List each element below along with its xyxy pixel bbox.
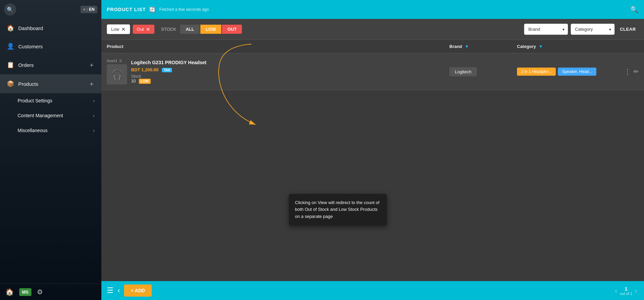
- filter-chip-low[interactable]: Low ✕: [107, 24, 130, 34]
- orders-icon: 📋: [7, 61, 14, 69]
- col-brand: Brand ▼: [449, 44, 517, 49]
- topbar: PRODUCT LIST 🔄 Fetched a few seconds ago…: [101, 0, 644, 19]
- topbar-left: PRODUCT LIST 🔄 Fetched a few seconds ago: [107, 6, 209, 13]
- sidebar-item-orders[interactable]: 📋 Orders ＋: [0, 55, 101, 74]
- settings-bottom-icon[interactable]: ⚙: [37, 288, 43, 296]
- tax-badge: TAX: [162, 68, 172, 72]
- category-tag-0: 2 in 1 Headpho...: [517, 68, 556, 76]
- prev-page-icon[interactable]: ‹: [614, 285, 619, 296]
- edit-icon[interactable]: ✏: [634, 68, 639, 75]
- chevron-right-icon: ›: [93, 113, 95, 118]
- sidebar-label-products: Products: [18, 81, 84, 87]
- refresh-icon[interactable]: 🔄: [149, 6, 156, 13]
- sidebar-item-dashboard[interactable]: 🏠 Dashboard: [0, 19, 101, 37]
- col-category: Category ▼: [517, 44, 618, 49]
- product-price-row: BDT 1,200.00 TAX: [131, 67, 206, 73]
- lang-switcher[interactable]: বা | EN: [80, 6, 97, 13]
- back-icon[interactable]: ‹: [116, 285, 121, 296]
- hamburger-icon[interactable]: ☰: [107, 286, 114, 295]
- next-page-icon[interactable]: ›: [634, 285, 639, 296]
- stock-low-button[interactable]: LOW: [200, 25, 221, 34]
- product-id: #ea43 ⎘: [107, 59, 127, 63]
- category-select-wrap: Category: [571, 24, 615, 35]
- pagination: ‹ 1 out of 1 ›: [614, 285, 639, 296]
- sidebar-top: 🔍 বা | EN: [0, 0, 101, 19]
- product-cell: #ea43 ⎘ 🎧 Logitech G231 PRODIGY Headset …: [107, 59, 449, 84]
- filter-bar: Low ✕ Out ✕ STOCK ALL LOW OUT Brand: [101, 19, 644, 40]
- page-title: PRODUCT LIST: [107, 7, 146, 12]
- chip-low-close-icon[interactable]: ✕: [121, 27, 126, 32]
- stock-all-button[interactable]: ALL: [180, 25, 199, 34]
- sidebar-search-button[interactable]: 🔍: [4, 3, 16, 16]
- orders-add-icon[interactable]: ＋: [89, 61, 95, 69]
- sidebar-item-content-management[interactable]: Content Management ›: [0, 108, 101, 123]
- products-icon: 📦: [7, 80, 14, 88]
- copy-icon[interactable]: ⎘: [120, 59, 122, 63]
- filter-chip-out[interactable]: Out ✕: [133, 25, 154, 34]
- sidebar-bottom: 🏠 MS ⚙: [0, 283, 101, 300]
- low-stock-badge: LOW: [139, 79, 151, 84]
- home-icon: 🏠: [7, 24, 14, 32]
- category-filter-icon[interactable]: ▼: [539, 44, 543, 49]
- bottom-bar: ☰ ‹ + ADD ‹ 1 out of 1 ›: [101, 281, 644, 300]
- product-stock: Stock 10 LOW: [131, 74, 206, 83]
- sidebar-item-products[interactable]: 📦 Products ＋: [0, 74, 101, 93]
- product-info: Logitech G231 PRODIGY Headset BDT 1,200.…: [131, 60, 206, 83]
- stock-buttons: ALL LOW OUT: [180, 25, 242, 34]
- content-wrapper: Low ✕ Out ✕ STOCK ALL LOW OUT Brand: [101, 19, 644, 300]
- sidebar-label-dashboard: Dashboard: [18, 25, 95, 31]
- products-add-icon[interactable]: ＋: [89, 80, 95, 88]
- col-product: Product: [107, 44, 449, 49]
- brand-filter-icon[interactable]: ▼: [465, 44, 469, 49]
- tooltip-annotation: Clicking on View will redirect to the co…: [289, 194, 387, 226]
- category-cell: 2 in 1 Headpho... Speaker, Head...: [517, 68, 618, 76]
- category-tag-1: Speaker, Head...: [558, 68, 596, 76]
- customers-icon: 👤: [7, 43, 14, 50]
- bottom-left: ☰ ‹ + ADD: [107, 284, 152, 297]
- page-total: out of 1: [620, 292, 633, 296]
- row-actions: ⋮ ✏: [618, 68, 639, 76]
- ms-badge[interactable]: MS: [19, 288, 31, 296]
- sidebar-item-miscellaneous[interactable]: Miscellaneous ›: [0, 123, 101, 138]
- clear-button[interactable]: CLEAR: [617, 25, 639, 34]
- sidebar-label-customers: Customers: [18, 44, 95, 49]
- brand-select[interactable]: Brand: [524, 24, 568, 35]
- sidebar-item-customers[interactable]: 👤 Customers: [0, 37, 101, 55]
- category-select[interactable]: Category: [571, 24, 615, 35]
- brand-select-wrap: Brand: [524, 24, 568, 35]
- product-settings-label: Product Settings: [18, 98, 52, 103]
- product-name: Logitech G231 PRODIGY Headset: [131, 60, 206, 65]
- brand-cell: Logitech: [449, 67, 517, 76]
- brand-tag: Logitech: [449, 67, 477, 76]
- table-header: Product Brand ▼ Category ▼: [101, 40, 644, 53]
- main-content: PRODUCT LIST 🔄 Fetched a few seconds ago…: [101, 0, 644, 300]
- tooltip-text: Clicking on View will redirect to the co…: [295, 200, 379, 219]
- stock-label: STOCK: [161, 27, 176, 32]
- home-bottom-icon[interactable]: 🏠: [5, 288, 14, 296]
- page-number: 1: [620, 286, 633, 292]
- table-row: #ea43 ⎘ 🎧 Logitech G231 PRODIGY Headset …: [101, 53, 644, 90]
- lang-bd: বা: [83, 7, 85, 12]
- fetch-status: Fetched a few seconds ago: [159, 7, 209, 12]
- content-management-label: Content Management: [18, 113, 63, 118]
- lang-en: EN: [89, 7, 95, 12]
- chip-out-label: Out: [137, 27, 144, 32]
- add-button[interactable]: + ADD: [124, 284, 152, 297]
- chip-out-close-icon[interactable]: ✕: [146, 27, 150, 32]
- product-thumbnail[interactable]: 🎧: [107, 64, 127, 84]
- sidebar: 🔍 বা | EN 🏠 Dashboard 👤 Customers 📋 Orde…: [0, 0, 101, 300]
- col-actions: [618, 44, 639, 49]
- chevron-right-icon: ›: [93, 98, 95, 103]
- topbar-search-icon[interactable]: 🔍: [630, 5, 639, 14]
- sidebar-label-orders: Orders: [18, 62, 84, 68]
- miscellaneous-label: Miscellaneous: [18, 128, 48, 133]
- stock-out-button[interactable]: OUT: [222, 25, 242, 34]
- product-price: BDT 1,200.00: [131, 67, 158, 72]
- chevron-right-icon: ›: [93, 128, 95, 133]
- sidebar-item-product-settings[interactable]: Product Settings ›: [0, 93, 101, 108]
- more-actions-icon[interactable]: ⋮: [624, 68, 631, 76]
- chip-low-label: Low: [111, 27, 119, 32]
